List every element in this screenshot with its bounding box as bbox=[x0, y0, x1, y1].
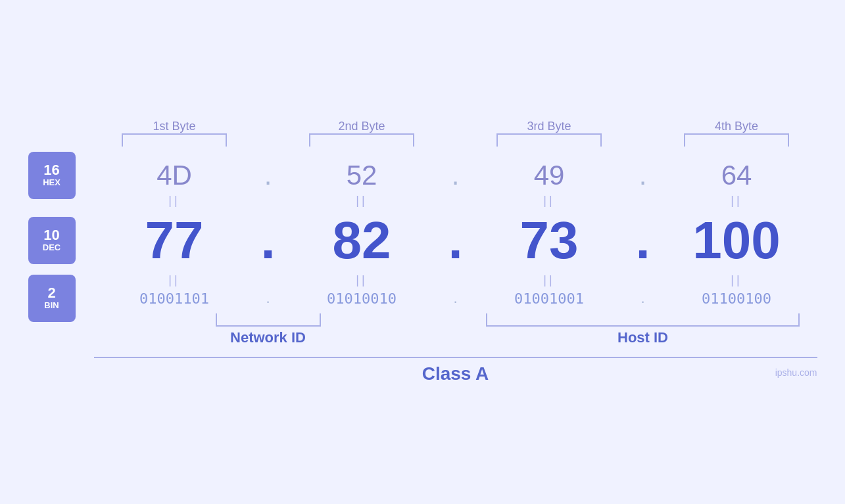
bin-badge: 2 BIN bbox=[28, 275, 76, 322]
dec-dot-2: . bbox=[448, 211, 462, 269]
class-line bbox=[94, 357, 817, 358]
bin-dot-2: . bbox=[453, 290, 457, 306]
hex-dot-2: . bbox=[452, 160, 460, 191]
top-bracket-1 bbox=[122, 133, 227, 147]
bin-val-4: 01100100 bbox=[702, 290, 771, 307]
eq-2: || bbox=[281, 194, 443, 208]
bin-val-3: 01001001 bbox=[514, 290, 584, 307]
eq2-4: || bbox=[656, 273, 817, 287]
hex-dot-1: . bbox=[264, 160, 272, 191]
dec-val-4: 100 bbox=[692, 211, 780, 269]
hex-dot-3: . bbox=[639, 160, 647, 191]
hex-val-4: 64 bbox=[721, 160, 752, 191]
host-id-bracket bbox=[486, 313, 800, 327]
eq2-1: || bbox=[94, 273, 255, 287]
network-id-bracket bbox=[216, 313, 321, 327]
byte-label-2: 2nd Byte bbox=[281, 120, 443, 133]
dec-val-2: 82 bbox=[333, 211, 391, 269]
eq-3: || bbox=[469, 194, 630, 208]
host-id-label: Host ID bbox=[469, 329, 817, 346]
top-bracket-2 bbox=[309, 133, 414, 147]
byte-label-1: 1st Byte bbox=[94, 120, 255, 133]
top-bracket-4 bbox=[684, 133, 789, 147]
dec-badge: 10 DEC bbox=[28, 217, 76, 264]
eq2-2: || bbox=[281, 273, 443, 287]
bin-val-1: 01001101 bbox=[139, 290, 209, 307]
eq2-3: || bbox=[469, 273, 630, 287]
dec-dot-3: . bbox=[635, 211, 650, 269]
hex-val-2: 52 bbox=[347, 160, 377, 191]
eq-4: || bbox=[656, 194, 817, 208]
byte-label-4: 4th Byte bbox=[656, 120, 817, 133]
top-bracket-3 bbox=[496, 133, 602, 147]
dec-val-1: 77 bbox=[145, 211, 204, 269]
eq-1: || bbox=[94, 194, 255, 208]
hex-badge: 16 HEX bbox=[28, 152, 76, 199]
hex-val-3: 49 bbox=[534, 160, 565, 191]
bin-dot-3: . bbox=[640, 290, 644, 306]
dec-val-3: 73 bbox=[520, 211, 579, 269]
class-label: Class A bbox=[422, 363, 489, 384]
watermark: ipshu.com bbox=[775, 367, 817, 378]
bin-dot-1: . bbox=[266, 290, 270, 306]
network-id-label: Network ID bbox=[94, 329, 443, 346]
byte-label-3: 3rd Byte bbox=[469, 120, 630, 133]
hex-val-1: 4D bbox=[157, 160, 192, 191]
bin-val-2: 01010010 bbox=[327, 290, 397, 307]
dec-dot-1: . bbox=[260, 211, 275, 269]
